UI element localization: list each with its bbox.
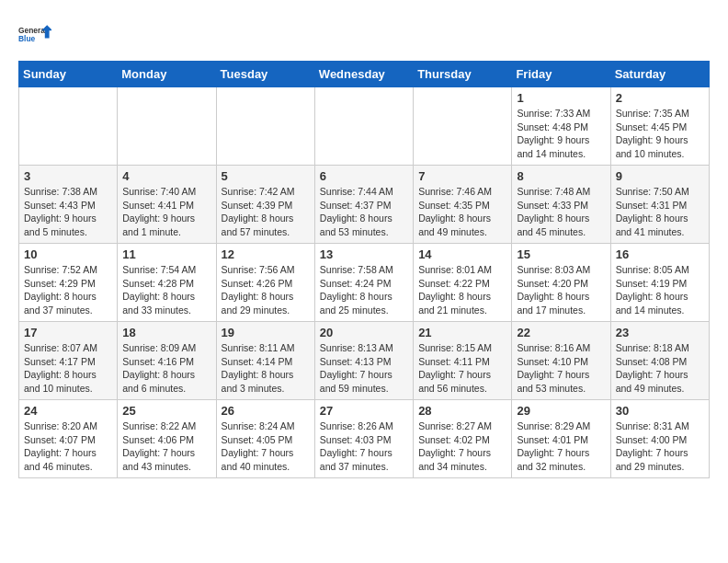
logo: General Blue bbox=[18, 18, 51, 52]
day-info: Sunrise: 8:16 AM Sunset: 4:10 PM Dayligh… bbox=[517, 341, 605, 396]
calendar-week-row: 1Sunrise: 7:33 AM Sunset: 4:48 PM Daylig… bbox=[19, 87, 710, 166]
day-number: 20 bbox=[320, 326, 408, 339]
calendar-cell: 14Sunrise: 8:01 AM Sunset: 4:22 PM Dayli… bbox=[414, 244, 512, 322]
day-number: 29 bbox=[517, 404, 605, 418]
day-number: 4 bbox=[122, 169, 210, 183]
day-info: Sunrise: 8:01 AM Sunset: 4:22 PM Dayligh… bbox=[418, 263, 506, 317]
day-number: 18 bbox=[122, 326, 210, 339]
day-info: Sunrise: 7:56 AM Sunset: 4:26 PM Dayligh… bbox=[222, 263, 310, 317]
calendar-cell: 8Sunrise: 7:48 AM Sunset: 4:33 PM Daylig… bbox=[512, 166, 610, 244]
day-info: Sunrise: 8:31 AM Sunset: 4:00 PM Dayligh… bbox=[616, 419, 704, 474]
day-number: 6 bbox=[320, 169, 408, 183]
page-header: General Blue bbox=[18, 18, 710, 52]
calendar-cell: 29Sunrise: 8:29 AM Sunset: 4:01 PM Dayli… bbox=[512, 400, 610, 478]
weekday-header-tuesday: Tuesday bbox=[216, 62, 314, 87]
calendar-cell: 2Sunrise: 7:35 AM Sunset: 4:45 PM Daylig… bbox=[610, 87, 709, 166]
day-info: Sunrise: 8:24 AM Sunset: 4:05 PM Dayligh… bbox=[222, 419, 310, 474]
day-number: 2 bbox=[616, 91, 704, 105]
day-number: 14 bbox=[418, 247, 506, 261]
weekday-header-sunday: Sunday bbox=[19, 62, 118, 87]
calendar-cell: 4Sunrise: 7:40 AM Sunset: 4:41 PM Daylig… bbox=[118, 166, 216, 244]
calendar-cell: 11Sunrise: 7:54 AM Sunset: 4:28 PM Dayli… bbox=[118, 244, 216, 322]
day-info: Sunrise: 7:44 AM Sunset: 4:37 PM Dayligh… bbox=[320, 185, 408, 239]
calendar-week-row: 17Sunrise: 8:07 AM Sunset: 4:17 PM Dayli… bbox=[19, 322, 710, 400]
svg-text:Blue: Blue bbox=[18, 34, 36, 43]
day-info: Sunrise: 8:15 AM Sunset: 4:11 PM Dayligh… bbox=[418, 341, 506, 396]
day-info: Sunrise: 8:13 AM Sunset: 4:13 PM Dayligh… bbox=[320, 341, 408, 396]
logo-svg: General Blue bbox=[18, 18, 51, 52]
day-info: Sunrise: 7:40 AM Sunset: 4:41 PM Dayligh… bbox=[122, 185, 210, 239]
calendar-cell: 10Sunrise: 7:52 AM Sunset: 4:29 PM Dayli… bbox=[19, 244, 118, 322]
day-number: 11 bbox=[122, 247, 210, 261]
day-info: Sunrise: 7:50 AM Sunset: 4:31 PM Dayligh… bbox=[616, 185, 704, 239]
day-number: 25 bbox=[122, 404, 210, 418]
weekday-header-saturday: Saturday bbox=[610, 62, 709, 87]
day-number: 16 bbox=[616, 247, 704, 261]
day-info: Sunrise: 8:22 AM Sunset: 4:06 PM Dayligh… bbox=[122, 419, 210, 474]
day-info: Sunrise: 8:05 AM Sunset: 4:19 PM Dayligh… bbox=[616, 263, 704, 317]
calendar-cell: 23Sunrise: 8:18 AM Sunset: 4:08 PM Dayli… bbox=[610, 322, 709, 400]
calendar-cell: 25Sunrise: 8:22 AM Sunset: 4:06 PM Dayli… bbox=[118, 400, 216, 478]
calendar-cell: 21Sunrise: 8:15 AM Sunset: 4:11 PM Dayli… bbox=[414, 322, 512, 400]
day-number: 21 bbox=[418, 326, 506, 339]
day-number: 17 bbox=[24, 326, 112, 339]
day-info: Sunrise: 7:48 AM Sunset: 4:33 PM Dayligh… bbox=[517, 185, 605, 239]
day-number: 8 bbox=[517, 169, 605, 183]
weekday-header-monday: Monday bbox=[118, 62, 216, 87]
calendar-cell: 27Sunrise: 8:26 AM Sunset: 4:03 PM Dayli… bbox=[314, 400, 413, 478]
calendar-cell: 28Sunrise: 8:27 AM Sunset: 4:02 PM Dayli… bbox=[414, 400, 512, 478]
day-number: 7 bbox=[418, 169, 506, 183]
day-number: 19 bbox=[222, 326, 310, 339]
day-info: Sunrise: 7:42 AM Sunset: 4:39 PM Dayligh… bbox=[222, 185, 310, 239]
day-info: Sunrise: 7:35 AM Sunset: 4:45 PM Dayligh… bbox=[616, 107, 704, 161]
day-number: 22 bbox=[517, 326, 605, 339]
day-number: 5 bbox=[222, 169, 310, 183]
weekday-header-friday: Friday bbox=[512, 62, 610, 87]
day-number: 1 bbox=[517, 91, 605, 105]
day-number: 23 bbox=[616, 326, 704, 339]
weekday-header-thursday: Thursday bbox=[414, 62, 512, 87]
calendar-cell: 16Sunrise: 8:05 AM Sunset: 4:19 PM Dayli… bbox=[610, 244, 709, 322]
calendar-cell bbox=[414, 87, 512, 166]
day-number: 27 bbox=[320, 404, 408, 418]
day-info: Sunrise: 8:11 AM Sunset: 4:14 PM Dayligh… bbox=[222, 341, 310, 396]
day-info: Sunrise: 8:18 AM Sunset: 4:08 PM Dayligh… bbox=[616, 341, 704, 396]
day-number: 13 bbox=[320, 247, 408, 261]
day-info: Sunrise: 7:58 AM Sunset: 4:24 PM Dayligh… bbox=[320, 263, 408, 317]
day-info: Sunrise: 7:33 AM Sunset: 4:48 PM Dayligh… bbox=[517, 107, 605, 161]
day-info: Sunrise: 8:20 AM Sunset: 4:07 PM Dayligh… bbox=[24, 419, 112, 474]
day-info: Sunrise: 8:27 AM Sunset: 4:02 PM Dayligh… bbox=[418, 419, 506, 474]
day-info: Sunrise: 8:07 AM Sunset: 4:17 PM Dayligh… bbox=[24, 341, 112, 396]
day-info: Sunrise: 8:26 AM Sunset: 4:03 PM Dayligh… bbox=[320, 419, 408, 474]
weekday-header-row: SundayMondayTuesdayWednesdayThursdayFrid… bbox=[19, 62, 710, 87]
day-info: Sunrise: 7:52 AM Sunset: 4:29 PM Dayligh… bbox=[24, 263, 112, 317]
calendar-cell: 15Sunrise: 8:03 AM Sunset: 4:20 PM Dayli… bbox=[512, 244, 610, 322]
day-number: 15 bbox=[517, 247, 605, 261]
calendar-cell: 5Sunrise: 7:42 AM Sunset: 4:39 PM Daylig… bbox=[216, 166, 314, 244]
calendar-cell bbox=[216, 87, 314, 166]
day-number: 30 bbox=[616, 404, 704, 418]
day-number: 28 bbox=[418, 404, 506, 418]
calendar-cell bbox=[314, 87, 413, 166]
calendar-cell: 3Sunrise: 7:38 AM Sunset: 4:43 PM Daylig… bbox=[19, 166, 118, 244]
calendar-cell: 19Sunrise: 8:11 AM Sunset: 4:14 PM Dayli… bbox=[216, 322, 314, 400]
calendar-cell: 20Sunrise: 8:13 AM Sunset: 4:13 PM Dayli… bbox=[314, 322, 413, 400]
day-number: 9 bbox=[616, 169, 704, 183]
day-number: 24 bbox=[24, 404, 112, 418]
calendar-week-row: 24Sunrise: 8:20 AM Sunset: 4:07 PM Dayli… bbox=[19, 400, 710, 478]
calendar-week-row: 10Sunrise: 7:52 AM Sunset: 4:29 PM Dayli… bbox=[19, 244, 710, 322]
calendar-cell: 17Sunrise: 8:07 AM Sunset: 4:17 PM Dayli… bbox=[19, 322, 118, 400]
calendar-cell: 26Sunrise: 8:24 AM Sunset: 4:05 PM Dayli… bbox=[216, 400, 314, 478]
day-info: Sunrise: 7:54 AM Sunset: 4:28 PM Dayligh… bbox=[122, 263, 210, 317]
day-number: 3 bbox=[24, 169, 112, 183]
calendar-cell bbox=[19, 87, 118, 166]
day-number: 26 bbox=[222, 404, 310, 418]
calendar-cell: 9Sunrise: 7:50 AM Sunset: 4:31 PM Daylig… bbox=[610, 166, 709, 244]
calendar-cell: 24Sunrise: 8:20 AM Sunset: 4:07 PM Dayli… bbox=[19, 400, 118, 478]
calendar-cell: 12Sunrise: 7:56 AM Sunset: 4:26 PM Dayli… bbox=[216, 244, 314, 322]
day-info: Sunrise: 8:29 AM Sunset: 4:01 PM Dayligh… bbox=[517, 419, 605, 474]
calendar-cell bbox=[118, 87, 216, 166]
day-info: Sunrise: 8:03 AM Sunset: 4:20 PM Dayligh… bbox=[517, 263, 605, 317]
day-number: 10 bbox=[24, 247, 112, 261]
calendar-cell: 30Sunrise: 8:31 AM Sunset: 4:00 PM Dayli… bbox=[610, 400, 709, 478]
